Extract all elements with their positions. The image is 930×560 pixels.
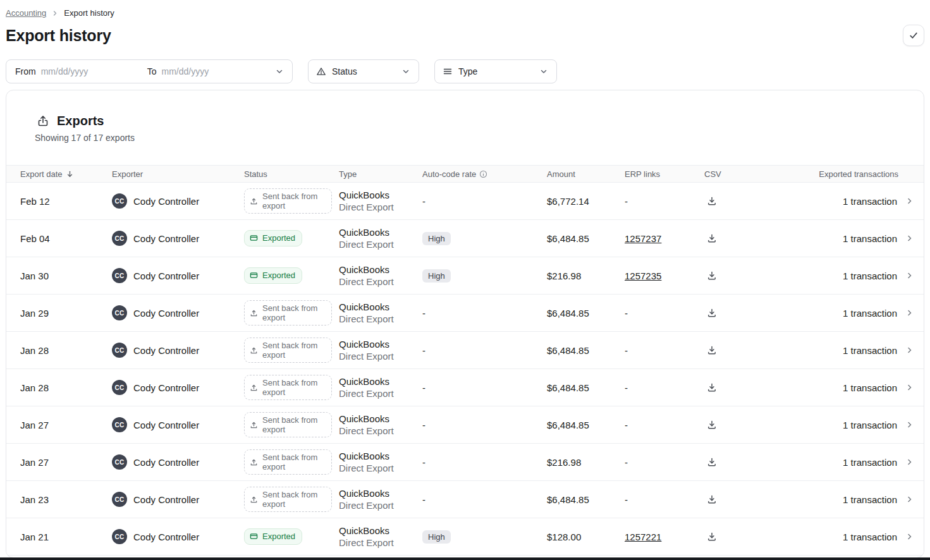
export-date-cell: Feb 12 [20,196,112,207]
export-date-cell: Jan 23 [20,494,112,505]
type-filter[interactable]: Type [434,59,557,83]
erp-cell: 1257221 [625,532,704,542]
export-date-cell: Jan 21 [20,532,112,542]
amount: $6,484.85 [547,494,589,505]
to-label: To [147,66,157,76]
avatar: CC [112,193,127,209]
download-icon [707,271,717,281]
amount: $6,484.85 [547,308,589,319]
transactions-cell: 1 transaction [793,308,915,319]
export-date-cell: Jan 27 [20,420,112,430]
exporter-name: Cody Controller [133,271,199,281]
download-icon [707,233,717,243]
avatar: CC [112,231,127,246]
csv-download-button[interactable] [704,268,719,283]
erp-empty: - [625,196,628,207]
table-row[interactable]: Jan 29 CC Cody Controller Sent back from… [6,295,924,332]
status-cell: Sent back from export [244,300,339,326]
date-range-filter[interactable]: From To [6,59,293,83]
export-type: QuickBooks [339,376,422,387]
csv-download-button[interactable] [704,454,719,470]
table-row[interactable]: Feb 12 CC Cody Controller Sent back from… [6,183,924,220]
erp-link[interactable]: 1257237 [625,233,661,244]
export-date: Jan 27 [20,420,49,430]
auto-code-empty: - [422,308,425,319]
to-date-input[interactable] [161,66,250,76]
erp-cell: - [625,494,704,505]
status-filter[interactable]: Status [308,59,419,83]
avatar: CC [112,529,127,544]
column-export-date[interactable]: Export date [20,169,112,179]
transactions-count: 1 transaction [843,457,897,468]
export-subtype: Direct Export [339,239,422,250]
amount-cell: $216.98 [547,457,625,468]
table-row[interactable]: Jan 30 CC Cody Controller Exported Quick… [6,257,924,295]
export-type: QuickBooks [339,525,422,536]
export-subtype: Direct Export [339,202,422,212]
status-cell: Sent back from export [244,412,339,438]
table-row[interactable]: Jan 21 CC Cody Controller Exported Quick… [6,518,924,556]
status-label: Sent back from export [262,303,324,323]
amount-cell: $6,484.85 [547,494,625,505]
csv-download-button[interactable] [704,417,719,432]
csv-download-button[interactable] [704,492,719,507]
table-row[interactable]: Jan 27 CC Cody Controller Sent back from… [6,406,924,444]
avatar: CC [112,454,127,470]
send-back-icon [250,458,258,466]
export-date-cell: Jan 27 [20,457,112,468]
download-icon [707,457,717,467]
info-icon[interactable] [479,170,487,178]
from-date-input[interactable] [41,66,147,76]
confirm-tasks-button[interactable] [903,25,924,46]
csv-download-button[interactable] [704,231,719,246]
chevron-right-icon [905,382,915,393]
export-history-page: Accounting Export history Export history… [0,0,930,560]
export-date: Jan 29 [20,308,49,319]
table-row[interactable]: Jan 23 CC Cody Controller Sent back from… [6,481,924,518]
export-type: QuickBooks [339,413,422,424]
status-badge: Sent back from export [244,375,332,401]
transactions-cell: 1 transaction [793,494,915,505]
table-row[interactable]: Jan 27 CC Cody Controller Sent back from… [6,444,924,481]
type-cell: QuickBooks Direct Export [339,413,422,436]
status-label: Sent back from export [262,378,324,398]
export-subtype: Direct Export [339,500,422,511]
breadcrumb-accounting-link[interactable]: Accounting [6,8,46,18]
export-date: Jan 28 [20,382,49,393]
auto-code-cell: - [422,308,547,319]
exporter-name: Cody Controller [133,196,199,207]
csv-download-button[interactable] [704,343,719,358]
csv-download-button[interactable] [704,305,719,320]
auto-code-cell: - [422,494,547,505]
erp-link[interactable]: 1257235 [625,271,661,281]
erp-link[interactable]: 1257221 [625,532,661,542]
amount-cell: $6,484.85 [547,382,625,393]
amount-cell: $128.00 [547,532,625,542]
amount: $6,484.85 [547,420,589,430]
type-cell: QuickBooks Direct Export [339,339,422,362]
export-date-cell: Jan 28 [20,382,112,393]
download-icon [707,532,717,542]
csv-download-button[interactable] [704,380,719,395]
page-title: Export history [6,27,111,45]
export-type: QuickBooks [339,190,422,200]
exporter-name: Cody Controller [133,233,199,244]
erp-cell: - [625,382,704,393]
exporter-name: Cody Controller [133,345,199,356]
export-subtype: Direct Export [339,388,422,399]
avatar: CC [112,268,127,283]
exporter-name: Cody Controller [133,382,199,393]
exports-card: Exports Showing 17 of 17 exports Export … [6,90,924,558]
exports-title: Exports [57,114,104,128]
status-label: Sent back from export [262,192,324,211]
status-cell: Sent back from export [244,449,339,475]
csv-download-button[interactable] [704,193,719,209]
table-row[interactable]: Feb 04 CC Cody Controller Exported Quick… [6,220,924,257]
table-row[interactable]: Jan 28 CC Cody Controller Sent back from… [6,332,924,369]
status-cell: Exported [244,230,339,246]
auto-code-empty: - [422,196,425,207]
auto-code-empty: - [422,420,425,430]
table-row[interactable]: Jan 28 CC Cody Controller Sent back from… [6,369,924,406]
transactions-cell: 1 transaction [793,233,915,244]
csv-download-button[interactable] [704,529,719,544]
